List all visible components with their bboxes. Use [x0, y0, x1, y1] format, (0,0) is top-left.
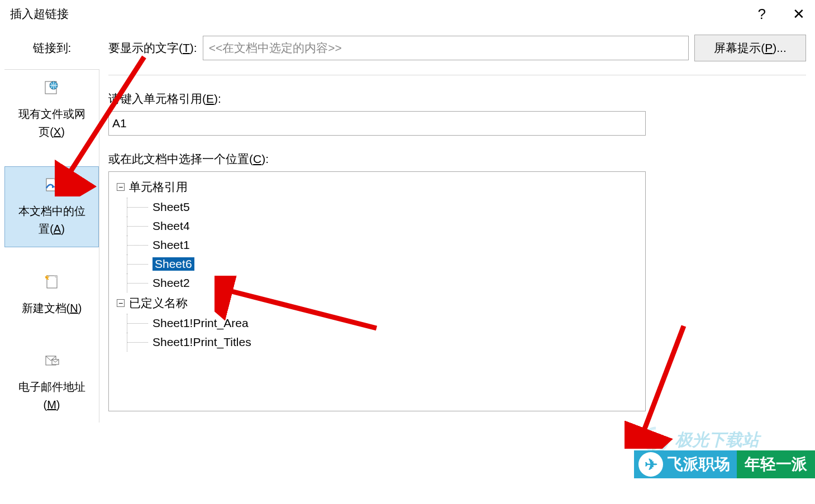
close-icon[interactable]: ✕ [793, 7, 805, 21]
link-place-in-document[interactable]: 本文档中的位 置(A) [4, 166, 99, 247]
display-text-input[interactable] [203, 36, 689, 60]
location-label: 或在此文档中选择一个位置(C): [108, 151, 806, 167]
watermark-logo-text: 极光下载站 [675, 429, 759, 452]
new-document-icon [44, 274, 60, 295]
watermark-banner-seg2: 年轻一派 [737, 450, 815, 478]
email-icon [44, 353, 60, 373]
tree-item-sheet[interactable]: Sheet2 [112, 273, 642, 292]
tree-group-cellref[interactable]: − 单元格引用 [112, 176, 642, 198]
cell-reference-input[interactable] [108, 111, 646, 136]
link-email-address-label: 电子邮件地址 (M) [18, 378, 85, 414]
defined-names-list: Sheet1!Print_Area Sheet1!Print_Titles [112, 314, 642, 352]
screentip-button[interactable]: 屏幕提示(P)... [694, 35, 806, 61]
sheet-list: Sheet5 Sheet4 Sheet1 Sheet6 Sheet2 [112, 198, 642, 292]
link-create-document[interactable]: 新建文档(N) [4, 264, 99, 326]
help-icon[interactable]: ? [758, 7, 766, 21]
tree-item-name[interactable]: Sheet1!Print_Titles [112, 333, 642, 352]
sidebar: 链接到: 现有文件或网 页(X) [0, 35, 99, 504]
plane-icon: ✈ [638, 452, 663, 477]
display-text-row: 要显示的文字(T): 屏幕提示(P)... [108, 35, 806, 75]
tree-group-cellref-label: 单元格引用 [129, 179, 188, 195]
tree-item-name[interactable]: Sheet1!Print_Area [112, 314, 642, 333]
link-existing-file-label: 现有文件或网 页(X) [18, 105, 85, 141]
window-controls: ? ✕ [758, 7, 805, 21]
tree-item-sheet[interactable]: Sheet1 [112, 236, 642, 255]
collapse-icon[interactable]: − [117, 183, 125, 191]
link-create-document-label: 新建文档(N) [22, 299, 82, 317]
watermark-banner-seg1: ✈ 飞派职场 [634, 450, 737, 478]
watermark-banner: ✈ 飞派职场 年轻一派 [634, 450, 815, 478]
link-existing-file[interactable]: 现有文件或网 页(X) [4, 70, 99, 150]
cell-reference-label: 请键入单元格引用(E): [108, 91, 806, 107]
display-text-label: 要显示的文字(T): [108, 40, 197, 56]
tree-group-defined-names-label: 已定义名称 [129, 295, 188, 311]
tree-item-sheet-selected[interactable]: Sheet6 [112, 255, 642, 273]
dialog-title: 插入超链接 [10, 6, 69, 22]
document-target-icon [44, 177, 60, 198]
globe-page-icon [44, 80, 60, 100]
link-email-address[interactable]: 电子邮件地址 (M) [4, 343, 99, 423]
titlebar: 插入超链接 ? ✕ [0, 0, 815, 28]
tree-item-sheet[interactable]: Sheet4 [112, 217, 642, 236]
location-tree[interactable]: − 单元格引用 Sheet5 Sheet4 Sheet1 Sheet6 Shee… [108, 171, 646, 411]
collapse-icon[interactable]: − [117, 299, 125, 307]
sidebar-header: 链接到: [4, 35, 99, 69]
link-place-in-document-label: 本文档中的位 置(A) [18, 202, 85, 238]
tree-item-sheet[interactable]: Sheet5 [112, 198, 642, 217]
watermark-logo: 极光下载站 [642, 426, 759, 454]
tree-group-defined-names[interactable]: − 已定义名称 [112, 292, 642, 314]
